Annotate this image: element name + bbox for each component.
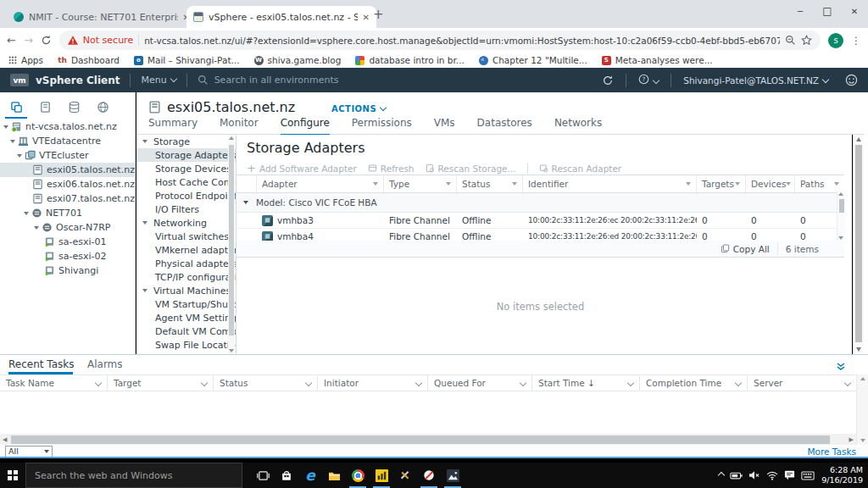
- collapse-group-icon[interactable]: [243, 201, 248, 204]
- refresh-button[interactable]: Refresh: [368, 164, 415, 174]
- menu-item-storage-devices[interactable]: Storage Devices: [136, 162, 236, 175]
- scroll-right-icon[interactable]: ▶: [849, 436, 854, 443]
- tab-vms[interactable]: VMs: [434, 117, 455, 134]
- tree-item-oscar-n7rp[interactable]: Oscar-N7RP: [0, 220, 135, 235]
- tab-alarms[interactable]: Alarms: [87, 358, 123, 370]
- chrome-button[interactable]: [346, 463, 370, 488]
- tab-hosts-and-clusters[interactable]: [5, 97, 27, 119]
- caret-down-icon[interactable]: [3, 125, 8, 129]
- browser-tab-vsphere[interactable]: vSphere - esxi05.talos.net.nz - Sto ✕: [186, 6, 376, 28]
- column-initiator[interactable]: Initiator: [318, 375, 428, 391]
- grid-header-adapter[interactable]: Adapter: [257, 175, 384, 192]
- scroll-up-icon[interactable]: [838, 192, 843, 196]
- tasks-vertical-scrollbar[interactable]: [856, 374, 868, 445]
- task-view-button[interactable]: [251, 463, 275, 488]
- column-queued-for[interactable]: Queued For: [428, 375, 532, 391]
- caret-down-icon[interactable]: [34, 226, 39, 230]
- taskbar-clock[interactable]: 6:28 AM 9/16/2019: [818, 465, 868, 485]
- menu-item-virtual-switches[interactable]: Virtual switches: [136, 230, 236, 243]
- feedback-smiley-icon[interactable]: [845, 74, 858, 86]
- menu-button[interactable]: Menu: [141, 75, 175, 86]
- filter-icon[interactable]: [786, 182, 791, 186]
- grid-header-targets[interactable]: Targets: [697, 175, 746, 192]
- scroll-down-icon[interactable]: [856, 347, 861, 352]
- scroll-up-icon[interactable]: [856, 137, 861, 141]
- wifi-icon[interactable]: [766, 471, 778, 480]
- actions-button[interactable]: ACTIONS: [331, 104, 386, 114]
- user-menu[interactable]: Shivangi-Patel@TALOS.NET.NZ: [683, 75, 828, 86]
- powerbi-button[interactable]: [370, 463, 393, 488]
- menu-item-vm-startup[interactable]: VM Startup/Shutdo...: [136, 297, 236, 311]
- tree-item-datacenter[interactable]: VTEdatacentre: [0, 134, 135, 148]
- bookmark-apps[interactable]: Apps: [8, 55, 43, 65]
- tab-configure[interactable]: Configure: [281, 117, 330, 136]
- filter-icon[interactable]: [512, 182, 517, 186]
- browser-profile-avatar[interactable]: s: [828, 33, 843, 48]
- help-menu[interactable]: ?: [638, 74, 659, 87]
- menu-item-protocol-endpoints[interactable]: Protocol Endpoints: [136, 189, 236, 202]
- grid-header-status[interactable]: Status: [457, 175, 523, 192]
- grid-header-type[interactable]: Type: [384, 175, 457, 192]
- file-explorer-button[interactable]: [322, 463, 346, 488]
- tab-summary[interactable]: Summary: [148, 117, 198, 134]
- grid-scrollbar[interactable]: [837, 191, 845, 241]
- tab-recent-tasks[interactable]: Recent Tasks: [8, 358, 74, 370]
- not-secure-label[interactable]: Not secure: [83, 35, 133, 46]
- tab-vms-and-templates[interactable]: [34, 97, 56, 117]
- tree-item-sa-esxi-02[interactable]: sa-esxi-02: [0, 249, 135, 263]
- column-task-name[interactable]: Task Name: [0, 375, 108, 391]
- bookmark-meta[interactable]: S Meta-analyses were...: [602, 55, 713, 65]
- scroll-down-icon[interactable]: [860, 439, 865, 442]
- notifications-icon[interactable]: [784, 470, 795, 480]
- tree-item-shivangi[interactable]: Shivangi: [0, 263, 135, 278]
- admin-tools-button[interactable]: [393, 463, 417, 488]
- touch-keyboard-icon[interactable]: [801, 471, 815, 480]
- global-search-input[interactable]: Search in all environments: [214, 75, 339, 86]
- menu-section-networking[interactable]: Networking: [136, 216, 236, 230]
- taskbar-search-input[interactable]: Search the web and Windows: [25, 463, 242, 488]
- reload-icon[interactable]: [41, 35, 52, 46]
- content-scrollbar[interactable]: [853, 135, 865, 354]
- task-filter-select[interactable]: All: [5, 446, 53, 458]
- menu-item-storage-adapters[interactable]: Storage Adapters: [136, 148, 236, 162]
- tab-networks[interactable]: [92, 97, 114, 117]
- add-software-adapter-button[interactable]: +Add Software Adapter: [247, 162, 357, 175]
- rescan-adapter-button[interactable]: Rescan Adapter: [539, 164, 622, 174]
- caret-down-icon[interactable]: [24, 212, 29, 215]
- tab-storage[interactable]: [63, 97, 85, 117]
- tree-item-vcenter[interactable]: nt-vcsa.talos.net.nz: [0, 119, 135, 134]
- scroll-down-icon[interactable]: [838, 236, 843, 240]
- scrollbar-thumb[interactable]: [11, 435, 830, 444]
- photos-button[interactable]: [441, 463, 465, 488]
- tree-item-esxi07[interactable]: esxi07.talos.net.nz: [0, 191, 135, 206]
- caret-down-icon[interactable]: [17, 154, 22, 158]
- bookmark-mail[interactable]: o Mail – Shivangi-Pat...: [134, 55, 240, 65]
- menu-section-storage[interactable]: Storage: [136, 135, 236, 148]
- menu-item-tcpip-configuration[interactable]: TCP/IP configuration: [136, 270, 236, 284]
- url-text[interactable]: nt-vcsa.talos.net.nz/ui/#?extensionId=vs…: [144, 36, 780, 46]
- tree-item-net701[interactable]: NET701: [0, 206, 135, 220]
- scrollbar-thumb[interactable]: [229, 145, 234, 336]
- menu-item-physical-adapters[interactable]: Physical adapters: [136, 257, 236, 270]
- scrollbar-thumb[interactable]: [839, 199, 844, 213]
- scrollbar-thumb[interactable]: [855, 145, 862, 342]
- column-status[interactable]: Status: [214, 375, 318, 391]
- filter-icon[interactable]: [834, 182, 839, 186]
- tab-monitor[interactable]: Monitor: [220, 117, 259, 134]
- tasks-horizontal-scrollbar[interactable]: ◀ ▶: [0, 434, 856, 445]
- caret-down-icon[interactable]: [10, 140, 15, 143]
- menu-item-vmkernel-adapters[interactable]: VMkernel adapters: [136, 243, 236, 257]
- tab-close-icon[interactable]: ✕: [363, 13, 370, 22]
- menu-item-swap-file[interactable]: Swap File Location: [136, 338, 236, 352]
- scroll-down-icon[interactable]: [229, 349, 234, 352]
- grid-header-devices[interactable]: Devices: [746, 175, 795, 192]
- window-maximize-button[interactable]: □: [814, 0, 841, 22]
- tab-networks[interactable]: Networks: [554, 117, 602, 134]
- bookmark-dashboard[interactable]: th Dashboard: [58, 55, 120, 65]
- menu-item-host-cache[interactable]: Host Cache Configur...: [136, 175, 236, 189]
- grid-group-row[interactable]: Model: Cisco VIC FCoE HBA: [236, 193, 844, 213]
- collapse-panel-icon[interactable]: [836, 359, 846, 375]
- tray-expand-icon[interactable]: [718, 472, 725, 479]
- edge-button[interactable]: e: [298, 463, 322, 488]
- zoom-icon[interactable]: [785, 35, 796, 46]
